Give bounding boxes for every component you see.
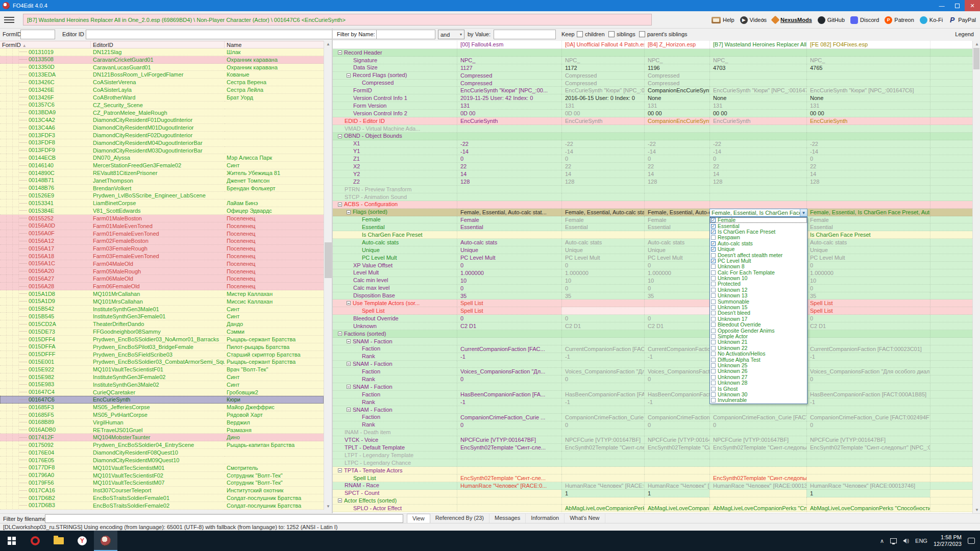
value-cell[interactable]: 1 <box>806 490 930 497</box>
value-cell[interactable]: Compressed <box>457 72 561 80</box>
value-cell[interactable]: 0 <box>457 262 561 269</box>
value-cell[interactable]: EncSynth02Template "Синт-следопыт" [N... <box>709 474 806 482</box>
value-cell[interactable]: 35 <box>457 292 561 300</box>
value-cell[interactable] <box>457 193 561 201</box>
value-cell[interactable]: 0 <box>644 155 709 163</box>
dropdown-item[interactable]: No Activation/Hellos <box>710 351 807 357</box>
dropdown-item[interactable]: Respawn <box>710 235 807 240</box>
value-cell[interactable]: HumanRace "Человек" [RACE:00013746] <box>806 482 930 490</box>
value-cell[interactable] <box>457 429 561 437</box>
unchecked-checkbox-icon[interactable] <box>711 375 716 380</box>
value-cell[interactable]: CurrentCompanionFaction [FAC... <box>644 345 709 353</box>
value-cell[interactable]: Spell List <box>806 299 930 307</box>
value-cell[interactable]: Auto-calc stats <box>644 239 709 246</box>
value-cell[interactable]: Spell List <box>457 299 561 307</box>
value-cell[interactable]: 0 <box>806 315 930 322</box>
value-cell[interactable]: 0 <box>644 375 709 383</box>
language-indicator[interactable]: ENG <box>915 538 927 544</box>
grid-row[interactable]: Bleedout Override0000 <box>333 315 972 322</box>
value-cell[interactable]: Auto-calc stats <box>806 239 930 246</box>
dropdown-item[interactable]: Doesn't affect stealth meter <box>710 252 807 258</box>
value-cell[interactable]: Auto-calc stats <box>457 239 561 246</box>
grid-row[interactable]: XP Value Offset0000 <box>333 262 972 269</box>
value-cell[interactable] <box>561 383 644 391</box>
grid-row[interactable]: UnknownC2 D1C2 D1C2 D1C2 D1 <box>333 322 972 330</box>
legend-label[interactable]: Legend <box>955 31 974 37</box>
dropdown-item[interactable]: Unknown 28 <box>710 380 807 386</box>
value-cell[interactable]: Voices_CompanionsFaction "Дл... <box>644 368 709 375</box>
link-github[interactable]: GitHub <box>818 16 845 24</box>
value-cell[interactable]: 131 <box>457 102 561 110</box>
unchecked-checkbox-icon[interactable] <box>711 253 716 258</box>
value-cell[interactable]: Unique <box>806 246 930 254</box>
dropdown-item[interactable]: Unknown 15 <box>710 305 807 310</box>
checked-checkbox-icon[interactable]: ✓ <box>711 259 716 263</box>
value-cell[interactable]: CurrentCompanionFaction [FAC... <box>457 345 561 353</box>
table-row[interactable]: 00156A18Farm03FemaleEvenTonedПоселенец <box>0 253 324 260</box>
value-cell[interactable]: -14 <box>709 148 806 156</box>
value-cell[interactable] <box>644 307 709 315</box>
grid-row[interactable]: Version Control Info 20D 000D 0000 0000 … <box>333 110 972 117</box>
value-cell[interactable] <box>644 497 709 505</box>
scroll-down-icon[interactable]: ▼ <box>974 508 980 512</box>
value-cell[interactable]: C2 D1 <box>644 322 709 330</box>
value-cell[interactable]: 2016-06-15 User: 0 Index: 0 <box>561 94 644 102</box>
value-cell[interactable] <box>457 497 561 505</box>
collapse-icon[interactable] <box>338 332 342 336</box>
grid-row[interactable]: OBND - Object Bounds <box>333 133 972 140</box>
table-row[interactable]: 0015A1D8MQ101MrCallahanМистер Каллахан <box>0 290 324 298</box>
table-row[interactable]: 0015DFFAPrydwen_EncBoSPilot03_BridgeFema… <box>0 343 324 351</box>
value-cell[interactable]: Unique <box>561 246 644 254</box>
link-nexusmods[interactable]: NexusMods <box>772 17 812 23</box>
grid-row[interactable]: Flags (sorted)Female, Essential, Auto-ca… <box>333 209 972 216</box>
dropdown-item[interactable]: ✓Auto-calc stats <box>710 241 807 246</box>
speaker-icon[interactable]: )) <box>903 538 909 543</box>
value-cell[interactable] <box>561 231 644 239</box>
scroll-up-icon[interactable]: ▲ <box>974 42 980 46</box>
value-cell[interactable] <box>561 186 644 193</box>
value-cell[interactable] <box>806 361 930 368</box>
value-cell[interactable] <box>806 459 930 467</box>
dropdown-item[interactable]: Unknown 27 <box>710 374 807 380</box>
unchecked-checkbox-icon[interactable] <box>711 387 716 391</box>
value-cell[interactable]: EncCurieSynth <box>709 117 806 125</box>
grid-row[interactable]: Auto-calc statsAuto-calc statsAuto-calc … <box>333 239 972 246</box>
value-cell[interactable]: -1 <box>644 398 709 406</box>
clock[interactable]: 1:58 PM 12/27/2023 <box>934 534 962 547</box>
table-row[interactable]: 0013C4A6DiamondCityResidentM01DugoutInte… <box>0 124 324 132</box>
dropdown-item[interactable]: Unknown 21 <box>710 339 807 345</box>
table-row[interactable]: 0015B545InstituteSynthGen3Female01Синт <box>0 313 324 320</box>
value-cell[interactable]: 0 <box>561 375 644 383</box>
value-cell[interactable]: 14 <box>644 170 709 178</box>
value-cell[interactable]: EncCurieSynth <box>561 117 644 125</box>
grid-row[interactable]: Record Header <box>333 49 972 57</box>
table-row[interactable]: 0013426CCoASisterVerenaСестра Верена <box>0 79 324 86</box>
value-cell[interactable]: -1 <box>806 398 930 406</box>
value-cell[interactable] <box>644 330 709 338</box>
tab-information[interactable]: Information <box>526 514 565 523</box>
table-row[interactable]: 0015DFFFPrydwen_EncBoSFieldScribe03Старш… <box>0 351 324 359</box>
value-cell[interactable]: EncCurieSynth "Кюри" [NPC_:00... <box>561 87 644 94</box>
unchecked-checkbox-icon[interactable] <box>711 282 716 286</box>
table-row[interactable]: 001685F3MS05_JefferiesCorpseМайор Джеффр… <box>0 404 324 411</box>
table-row[interactable]: 00156A27Farm06MaleOldПоселенец <box>0 275 324 283</box>
value-cell[interactable]: 0 <box>644 262 709 269</box>
value-cell[interactable] <box>457 330 561 338</box>
table-row[interactable]: 00179F56MQ101VaultTecScientistM07Сотрудн… <box>0 479 324 487</box>
value-cell[interactable] <box>806 429 930 437</box>
value-cell[interactable]: 10 <box>457 277 561 285</box>
table-row[interactable]: 0017D6B3EncBoSTraitsSoldierFemale02Солда… <box>0 502 324 510</box>
value-cell[interactable] <box>644 459 709 467</box>
value-cell[interactable]: 0 <box>806 155 930 163</box>
value-cell[interactable] <box>806 330 930 338</box>
value-cell[interactable] <box>644 467 709 474</box>
grid-row[interactable]: SNAM - Faction <box>333 383 972 391</box>
value-cell[interactable]: 0 <box>561 155 644 163</box>
unchecked-checkbox-icon[interactable] <box>711 288 716 292</box>
right-scrollbar[interactable]: ▲ ▼ <box>972 41 980 513</box>
tray-expand-icon[interactable]: ∧ <box>880 538 884 544</box>
flags-combo-editor[interactable]: Female, Essential, Is CharGen Face Prese… <box>709 209 807 217</box>
value-cell[interactable] <box>806 193 930 201</box>
table-row[interactable]: 00156A12Farm02FemaleBostonПоселенец <box>0 237 324 245</box>
table-row[interactable]: 0015B542InstituteSynthGen3Male01Синт <box>0 306 324 313</box>
